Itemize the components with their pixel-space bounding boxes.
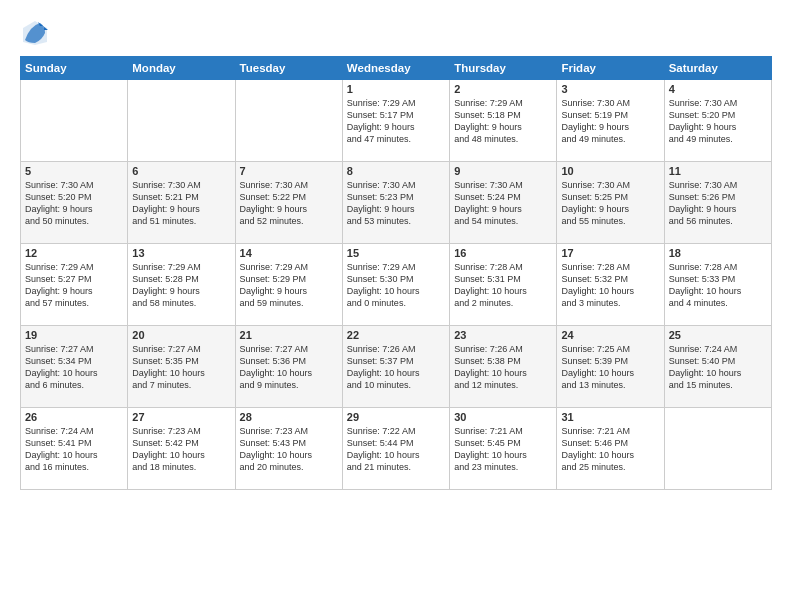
day-number: 11 xyxy=(669,165,767,177)
day-info: Sunrise: 7:30 AM Sunset: 5:23 PM Dayligh… xyxy=(347,179,445,228)
day-cell: 8Sunrise: 7:30 AM Sunset: 5:23 PM Daylig… xyxy=(342,162,449,244)
day-cell: 14Sunrise: 7:29 AM Sunset: 5:29 PM Dayli… xyxy=(235,244,342,326)
day-number: 17 xyxy=(561,247,659,259)
logo-icon xyxy=(20,18,50,48)
day-info: Sunrise: 7:29 AM Sunset: 5:18 PM Dayligh… xyxy=(454,97,552,146)
day-cell: 2Sunrise: 7:29 AM Sunset: 5:18 PM Daylig… xyxy=(450,80,557,162)
day-info: Sunrise: 7:28 AM Sunset: 5:33 PM Dayligh… xyxy=(669,261,767,310)
day-cell: 20Sunrise: 7:27 AM Sunset: 5:35 PM Dayli… xyxy=(128,326,235,408)
day-info: Sunrise: 7:21 AM Sunset: 5:46 PM Dayligh… xyxy=(561,425,659,474)
calendar-page: SundayMondayTuesdayWednesdayThursdayFrid… xyxy=(0,0,792,612)
day-cell: 1Sunrise: 7:29 AM Sunset: 5:17 PM Daylig… xyxy=(342,80,449,162)
day-cell: 3Sunrise: 7:30 AM Sunset: 5:19 PM Daylig… xyxy=(557,80,664,162)
day-cell: 24Sunrise: 7:25 AM Sunset: 5:39 PM Dayli… xyxy=(557,326,664,408)
day-cell: 17Sunrise: 7:28 AM Sunset: 5:32 PM Dayli… xyxy=(557,244,664,326)
day-cell: 16Sunrise: 7:28 AM Sunset: 5:31 PM Dayli… xyxy=(450,244,557,326)
day-info: Sunrise: 7:29 AM Sunset: 5:17 PM Dayligh… xyxy=(347,97,445,146)
day-cell: 21Sunrise: 7:27 AM Sunset: 5:36 PM Dayli… xyxy=(235,326,342,408)
week-row-1: 1Sunrise: 7:29 AM Sunset: 5:17 PM Daylig… xyxy=(21,80,772,162)
day-cell: 27Sunrise: 7:23 AM Sunset: 5:42 PM Dayli… xyxy=(128,408,235,490)
day-number: 12 xyxy=(25,247,123,259)
day-number: 4 xyxy=(669,83,767,95)
day-number: 14 xyxy=(240,247,338,259)
day-info: Sunrise: 7:27 AM Sunset: 5:35 PM Dayligh… xyxy=(132,343,230,392)
weekday-header-row: SundayMondayTuesdayWednesdayThursdayFrid… xyxy=(21,57,772,80)
day-info: Sunrise: 7:29 AM Sunset: 5:27 PM Dayligh… xyxy=(25,261,123,310)
day-number: 19 xyxy=(25,329,123,341)
day-info: Sunrise: 7:27 AM Sunset: 5:34 PM Dayligh… xyxy=(25,343,123,392)
day-info: Sunrise: 7:30 AM Sunset: 5:22 PM Dayligh… xyxy=(240,179,338,228)
day-info: Sunrise: 7:30 AM Sunset: 5:25 PM Dayligh… xyxy=(561,179,659,228)
day-cell: 31Sunrise: 7:21 AM Sunset: 5:46 PM Dayli… xyxy=(557,408,664,490)
weekday-saturday: Saturday xyxy=(664,57,771,80)
day-cell: 7Sunrise: 7:30 AM Sunset: 5:22 PM Daylig… xyxy=(235,162,342,244)
day-info: Sunrise: 7:29 AM Sunset: 5:28 PM Dayligh… xyxy=(132,261,230,310)
day-info: Sunrise: 7:30 AM Sunset: 5:24 PM Dayligh… xyxy=(454,179,552,228)
day-info: Sunrise: 7:30 AM Sunset: 5:21 PM Dayligh… xyxy=(132,179,230,228)
day-cell: 5Sunrise: 7:30 AM Sunset: 5:20 PM Daylig… xyxy=(21,162,128,244)
day-cell: 29Sunrise: 7:22 AM Sunset: 5:44 PM Dayli… xyxy=(342,408,449,490)
day-cell: 13Sunrise: 7:29 AM Sunset: 5:28 PM Dayli… xyxy=(128,244,235,326)
day-number: 27 xyxy=(132,411,230,423)
day-cell: 10Sunrise: 7:30 AM Sunset: 5:25 PM Dayli… xyxy=(557,162,664,244)
day-info: Sunrise: 7:23 AM Sunset: 5:43 PM Dayligh… xyxy=(240,425,338,474)
day-number: 26 xyxy=(25,411,123,423)
day-info: Sunrise: 7:30 AM Sunset: 5:26 PM Dayligh… xyxy=(669,179,767,228)
day-info: Sunrise: 7:24 AM Sunset: 5:40 PM Dayligh… xyxy=(669,343,767,392)
week-row-4: 19Sunrise: 7:27 AM Sunset: 5:34 PM Dayli… xyxy=(21,326,772,408)
day-info: Sunrise: 7:29 AM Sunset: 5:30 PM Dayligh… xyxy=(347,261,445,310)
day-info: Sunrise: 7:29 AM Sunset: 5:29 PM Dayligh… xyxy=(240,261,338,310)
day-number: 10 xyxy=(561,165,659,177)
day-info: Sunrise: 7:30 AM Sunset: 5:20 PM Dayligh… xyxy=(25,179,123,228)
day-info: Sunrise: 7:30 AM Sunset: 5:20 PM Dayligh… xyxy=(669,97,767,146)
day-number: 13 xyxy=(132,247,230,259)
calendar-table: SundayMondayTuesdayWednesdayThursdayFrid… xyxy=(20,56,772,490)
weekday-monday: Monday xyxy=(128,57,235,80)
day-cell xyxy=(664,408,771,490)
day-cell xyxy=(235,80,342,162)
day-cell xyxy=(128,80,235,162)
day-info: Sunrise: 7:26 AM Sunset: 5:37 PM Dayligh… xyxy=(347,343,445,392)
week-row-5: 26Sunrise: 7:24 AM Sunset: 5:41 PM Dayli… xyxy=(21,408,772,490)
day-info: Sunrise: 7:30 AM Sunset: 5:19 PM Dayligh… xyxy=(561,97,659,146)
day-number: 2 xyxy=(454,83,552,95)
day-cell: 15Sunrise: 7:29 AM Sunset: 5:30 PM Dayli… xyxy=(342,244,449,326)
day-number: 21 xyxy=(240,329,338,341)
day-cell: 25Sunrise: 7:24 AM Sunset: 5:40 PM Dayli… xyxy=(664,326,771,408)
day-info: Sunrise: 7:23 AM Sunset: 5:42 PM Dayligh… xyxy=(132,425,230,474)
day-number: 25 xyxy=(669,329,767,341)
day-cell: 30Sunrise: 7:21 AM Sunset: 5:45 PM Dayli… xyxy=(450,408,557,490)
day-cell: 22Sunrise: 7:26 AM Sunset: 5:37 PM Dayli… xyxy=(342,326,449,408)
weekday-tuesday: Tuesday xyxy=(235,57,342,80)
day-info: Sunrise: 7:21 AM Sunset: 5:45 PM Dayligh… xyxy=(454,425,552,474)
weekday-sunday: Sunday xyxy=(21,57,128,80)
day-info: Sunrise: 7:27 AM Sunset: 5:36 PM Dayligh… xyxy=(240,343,338,392)
day-number: 6 xyxy=(132,165,230,177)
day-number: 7 xyxy=(240,165,338,177)
day-cell: 23Sunrise: 7:26 AM Sunset: 5:38 PM Dayli… xyxy=(450,326,557,408)
day-cell: 6Sunrise: 7:30 AM Sunset: 5:21 PM Daylig… xyxy=(128,162,235,244)
day-cell: 28Sunrise: 7:23 AM Sunset: 5:43 PM Dayli… xyxy=(235,408,342,490)
day-number: 1 xyxy=(347,83,445,95)
day-cell: 26Sunrise: 7:24 AM Sunset: 5:41 PM Dayli… xyxy=(21,408,128,490)
day-info: Sunrise: 7:26 AM Sunset: 5:38 PM Dayligh… xyxy=(454,343,552,392)
day-number: 8 xyxy=(347,165,445,177)
weekday-wednesday: Wednesday xyxy=(342,57,449,80)
day-number: 22 xyxy=(347,329,445,341)
week-row-2: 5Sunrise: 7:30 AM Sunset: 5:20 PM Daylig… xyxy=(21,162,772,244)
day-number: 18 xyxy=(669,247,767,259)
day-number: 16 xyxy=(454,247,552,259)
day-number: 31 xyxy=(561,411,659,423)
logo xyxy=(20,18,54,48)
day-info: Sunrise: 7:24 AM Sunset: 5:41 PM Dayligh… xyxy=(25,425,123,474)
day-info: Sunrise: 7:28 AM Sunset: 5:32 PM Dayligh… xyxy=(561,261,659,310)
day-cell: 11Sunrise: 7:30 AM Sunset: 5:26 PM Dayli… xyxy=(664,162,771,244)
day-number: 29 xyxy=(347,411,445,423)
day-info: Sunrise: 7:22 AM Sunset: 5:44 PM Dayligh… xyxy=(347,425,445,474)
week-row-3: 12Sunrise: 7:29 AM Sunset: 5:27 PM Dayli… xyxy=(21,244,772,326)
day-cell: 18Sunrise: 7:28 AM Sunset: 5:33 PM Dayli… xyxy=(664,244,771,326)
day-number: 28 xyxy=(240,411,338,423)
weekday-friday: Friday xyxy=(557,57,664,80)
day-cell: 12Sunrise: 7:29 AM Sunset: 5:27 PM Dayli… xyxy=(21,244,128,326)
day-number: 3 xyxy=(561,83,659,95)
